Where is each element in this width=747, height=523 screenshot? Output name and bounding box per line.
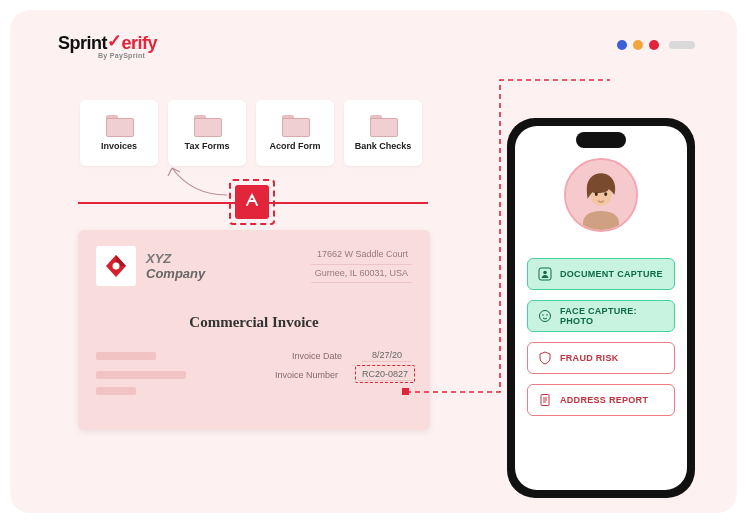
folder-bank-checks[interactable]: Bank Checks bbox=[344, 100, 422, 166]
skeleton-bar bbox=[96, 371, 186, 379]
folder-invoices[interactable]: Invoices bbox=[80, 100, 158, 166]
skeleton-bar bbox=[96, 352, 156, 360]
diamond-icon bbox=[102, 252, 130, 280]
btn-label: ADDRESS REPORT bbox=[560, 395, 648, 405]
btn-fraud-risk[interactable]: FRAUD RISK bbox=[527, 342, 675, 374]
invoice-card: XYZ Company 17662 W Saddle Court Gurnee,… bbox=[78, 230, 430, 430]
svg-point-3 bbox=[595, 192, 598, 196]
invoice-date-value: 8/27/20 bbox=[362, 349, 412, 362]
btn-document-capture[interactable]: DOCUMENT CAPTURE bbox=[527, 258, 675, 290]
phone-screen: DOCUMENT CAPTURE FACE CAPTURE: PHOTO FRA… bbox=[515, 126, 687, 490]
company-prefix: XYZ bbox=[146, 251, 171, 266]
phone-mockup: DOCUMENT CAPTURE FACE CAPTURE: PHOTO FRA… bbox=[507, 118, 695, 498]
svg-point-4 bbox=[604, 192, 607, 196]
dot-red-icon bbox=[649, 40, 659, 50]
invoice-row-date: Invoice Date 8/27/20 bbox=[96, 349, 412, 362]
btn-label: FACE CAPTURE: PHOTO bbox=[560, 306, 664, 326]
avatar bbox=[564, 158, 638, 232]
invoice-row-skeleton bbox=[96, 387, 412, 395]
brand-logo: Sprint✓erify By PaySprint bbox=[58, 32, 157, 59]
folder-row: Invoices Tax Forms Acord Form Bank Check… bbox=[80, 100, 422, 166]
folder-tax-forms[interactable]: Tax Forms bbox=[168, 100, 246, 166]
brand-part1: Sprint bbox=[58, 33, 107, 53]
brand-part2: erify bbox=[122, 33, 158, 53]
face-icon bbox=[538, 309, 552, 323]
btn-address-report[interactable]: ADDRESS REPORT bbox=[527, 384, 675, 416]
diagram-canvas: Sprint✓erify By PaySprint Invoices Tax F… bbox=[10, 10, 737, 513]
folder-label: Tax Forms bbox=[185, 141, 230, 151]
btn-label: DOCUMENT CAPTURE bbox=[560, 269, 663, 279]
phone-button-list: DOCUMENT CAPTURE FACE CAPTURE: PHOTO FRA… bbox=[527, 258, 675, 416]
company-logo bbox=[96, 246, 136, 286]
avatar-illustration-icon bbox=[566, 158, 636, 232]
dot-orange-icon bbox=[633, 40, 643, 50]
phone-notch-icon bbox=[576, 132, 626, 148]
folder-label: Bank Checks bbox=[355, 141, 412, 151]
address-line1: 17662 W Saddle Court bbox=[311, 246, 412, 265]
invoice-date-label: Invoice Date bbox=[272, 351, 342, 361]
svg-point-7 bbox=[540, 311, 551, 322]
btn-label: FRAUD RISK bbox=[560, 353, 619, 363]
folder-icon bbox=[106, 115, 132, 135]
dot-pill-icon bbox=[669, 41, 695, 49]
folder-label: Acord Form bbox=[269, 141, 320, 151]
invoice-number-value: RC20-0827 bbox=[358, 368, 412, 381]
svg-point-9 bbox=[546, 314, 548, 316]
person-scan-icon bbox=[538, 267, 552, 281]
brand-subtitle: By PaySprint bbox=[58, 52, 157, 59]
invoice-company-block: XYZ Company bbox=[96, 246, 205, 286]
shield-icon bbox=[538, 351, 552, 365]
invoice-row-number: Invoice Number RC20-0827 bbox=[96, 368, 412, 381]
document-icon bbox=[538, 393, 552, 407]
window-dots bbox=[617, 40, 695, 50]
folder-icon bbox=[370, 115, 396, 135]
folder-label: Invoices bbox=[101, 141, 137, 151]
curved-arrow-icon bbox=[162, 160, 232, 200]
folder-icon bbox=[282, 115, 308, 135]
invoice-number-label: Invoice Number bbox=[268, 370, 338, 380]
dot-blue-icon bbox=[617, 40, 627, 50]
processor-node bbox=[235, 185, 269, 219]
svg-point-6 bbox=[543, 271, 547, 275]
address-line2: Gurnee, IL 60031, USA bbox=[311, 265, 412, 284]
node-glyph-icon bbox=[244, 192, 260, 212]
skeleton-bar bbox=[96, 387, 136, 395]
folder-icon bbox=[194, 115, 220, 135]
svg-point-8 bbox=[542, 314, 544, 316]
invoice-title: Commercial Invoice bbox=[96, 314, 412, 331]
folder-acord-form[interactable]: Acord Form bbox=[256, 100, 334, 166]
company-address: 17662 W Saddle Court Gurnee, IL 60031, U… bbox=[311, 246, 412, 283]
svg-point-0 bbox=[113, 263, 120, 270]
btn-face-capture[interactable]: FACE CAPTURE: PHOTO bbox=[527, 300, 675, 332]
invoice-fields: Invoice Date 8/27/20 Invoice Number RC20… bbox=[96, 349, 412, 395]
company-word: Company bbox=[146, 266, 205, 281]
company-name: XYZ Company bbox=[146, 251, 205, 281]
check-icon: ✓ bbox=[107, 30, 122, 52]
invoice-header: XYZ Company 17662 W Saddle Court Gurnee,… bbox=[96, 246, 412, 286]
